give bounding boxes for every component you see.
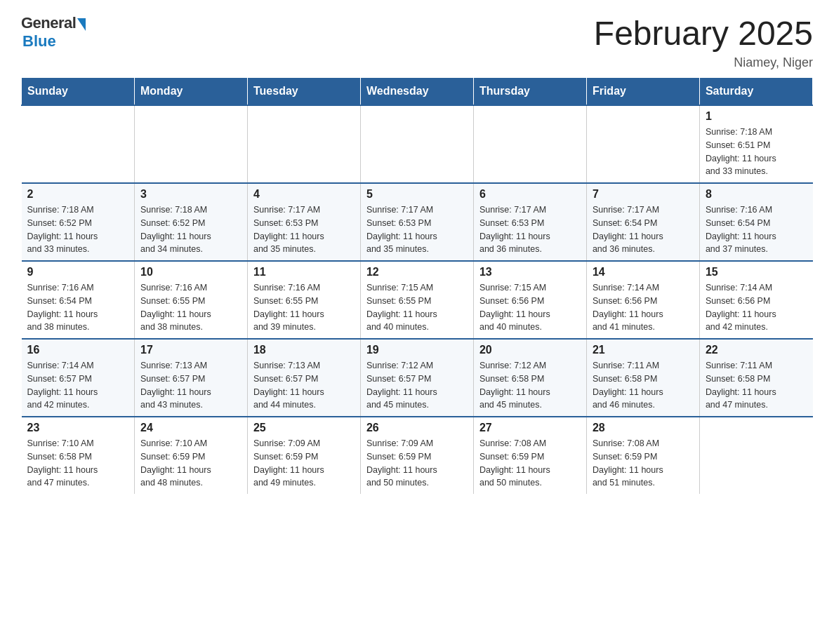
day-number: 1 bbox=[706, 110, 807, 123]
day-of-week-header: Sunday bbox=[22, 78, 135, 106]
day-info: Sunrise: 7:10 AM Sunset: 6:58 PM Dayligh… bbox=[27, 437, 128, 490]
calendar-week-row: 1Sunrise: 7:18 AM Sunset: 6:51 PM Daylig… bbox=[22, 105, 813, 183]
page-header: General Blue February 2025 Niamey, Niger bbox=[21, 14, 813, 70]
day-number: 15 bbox=[706, 266, 807, 279]
day-number: 14 bbox=[593, 266, 694, 279]
day-info: Sunrise: 7:09 AM Sunset: 6:59 PM Dayligh… bbox=[366, 437, 468, 490]
day-info: Sunrise: 7:15 AM Sunset: 6:56 PM Dayligh… bbox=[479, 281, 581, 334]
day-info: Sunrise: 7:16 AM Sunset: 6:54 PM Dayligh… bbox=[706, 203, 807, 256]
calendar-day-cell: 4Sunrise: 7:17 AM Sunset: 6:53 PM Daylig… bbox=[247, 183, 360, 261]
day-info: Sunrise: 7:18 AM Sunset: 6:52 PM Dayligh… bbox=[140, 203, 241, 256]
logo: General Blue bbox=[21, 14, 86, 51]
day-number: 11 bbox=[253, 266, 355, 279]
day-info: Sunrise: 7:13 AM Sunset: 6:57 PM Dayligh… bbox=[253, 359, 355, 412]
day-number: 22 bbox=[706, 344, 807, 356]
day-number: 25 bbox=[253, 422, 355, 434]
calendar-week-row: 16Sunrise: 7:14 AM Sunset: 6:57 PM Dayli… bbox=[22, 339, 813, 417]
day-of-week-header: Tuesday bbox=[247, 78, 360, 106]
calendar-day-cell: 22Sunrise: 7:11 AM Sunset: 6:58 PM Dayli… bbox=[699, 339, 812, 417]
day-number: 12 bbox=[366, 266, 468, 279]
calendar-day-cell: 11Sunrise: 7:16 AM Sunset: 6:55 PM Dayli… bbox=[247, 261, 360, 339]
calendar-day-cell: 6Sunrise: 7:17 AM Sunset: 6:53 PM Daylig… bbox=[473, 183, 586, 261]
day-number: 26 bbox=[366, 422, 468, 434]
day-info: Sunrise: 7:13 AM Sunset: 6:57 PM Dayligh… bbox=[140, 359, 241, 412]
day-info: Sunrise: 7:14 AM Sunset: 6:56 PM Dayligh… bbox=[706, 281, 807, 334]
calendar-day-cell: 9Sunrise: 7:16 AM Sunset: 6:54 PM Daylig… bbox=[22, 261, 135, 339]
day-info: Sunrise: 7:18 AM Sunset: 6:51 PM Dayligh… bbox=[706, 126, 807, 178]
calendar-day-cell: 18Sunrise: 7:13 AM Sunset: 6:57 PM Dayli… bbox=[247, 339, 360, 417]
day-number: 13 bbox=[479, 266, 581, 279]
calendar-day-cell: 16Sunrise: 7:14 AM Sunset: 6:57 PM Dayli… bbox=[22, 339, 135, 417]
day-number: 28 bbox=[593, 422, 694, 434]
day-info: Sunrise: 7:15 AM Sunset: 6:55 PM Dayligh… bbox=[366, 281, 468, 334]
day-info: Sunrise: 7:12 AM Sunset: 6:58 PM Dayligh… bbox=[479, 359, 581, 412]
day-number: 4 bbox=[253, 188, 355, 201]
day-number: 7 bbox=[593, 188, 694, 201]
logo-blue-text: Blue bbox=[22, 32, 56, 51]
logo-general-text: General bbox=[21, 14, 76, 32]
day-number: 16 bbox=[27, 344, 128, 356]
day-info: Sunrise: 7:11 AM Sunset: 6:58 PM Dayligh… bbox=[706, 359, 807, 412]
location-subtitle: Niamey, Niger bbox=[594, 55, 813, 70]
day-info: Sunrise: 7:08 AM Sunset: 6:59 PM Dayligh… bbox=[479, 437, 581, 490]
calendar-day-cell: 17Sunrise: 7:13 AM Sunset: 6:57 PM Dayli… bbox=[134, 339, 247, 417]
calendar-day-cell bbox=[247, 105, 360, 183]
day-info: Sunrise: 7:14 AM Sunset: 6:56 PM Dayligh… bbox=[593, 281, 694, 334]
calendar-day-cell: 1Sunrise: 7:18 AM Sunset: 6:51 PM Daylig… bbox=[699, 105, 812, 183]
calendar-day-cell: 10Sunrise: 7:16 AM Sunset: 6:55 PM Dayli… bbox=[134, 261, 247, 339]
day-number: 3 bbox=[140, 188, 241, 201]
calendar-day-cell bbox=[22, 105, 135, 183]
month-title: February 2025 bbox=[594, 14, 813, 53]
calendar-header-row: SundayMondayTuesdayWednesdayThursdayFrid… bbox=[22, 78, 813, 106]
day-number: 8 bbox=[706, 188, 807, 201]
day-number: 9 bbox=[27, 266, 128, 279]
calendar-day-cell: 12Sunrise: 7:15 AM Sunset: 6:55 PM Dayli… bbox=[360, 261, 473, 339]
calendar-day-cell bbox=[134, 105, 247, 183]
calendar-day-cell bbox=[360, 105, 473, 183]
calendar-day-cell: 19Sunrise: 7:12 AM Sunset: 6:57 PM Dayli… bbox=[360, 339, 473, 417]
calendar-day-cell: 25Sunrise: 7:09 AM Sunset: 6:59 PM Dayli… bbox=[247, 417, 360, 494]
day-number: 27 bbox=[479, 422, 581, 434]
day-info: Sunrise: 7:09 AM Sunset: 6:59 PM Dayligh… bbox=[253, 437, 355, 490]
day-number: 17 bbox=[140, 344, 241, 356]
day-number: 19 bbox=[366, 344, 468, 356]
day-of-week-header: Wednesday bbox=[360, 78, 473, 106]
day-info: Sunrise: 7:18 AM Sunset: 6:52 PM Dayligh… bbox=[27, 203, 128, 256]
calendar-day-cell: 3Sunrise: 7:18 AM Sunset: 6:52 PM Daylig… bbox=[134, 183, 247, 261]
day-info: Sunrise: 7:11 AM Sunset: 6:58 PM Dayligh… bbox=[593, 359, 694, 412]
calendar-week-row: 23Sunrise: 7:10 AM Sunset: 6:58 PM Dayli… bbox=[22, 417, 813, 494]
day-info: Sunrise: 7:12 AM Sunset: 6:57 PM Dayligh… bbox=[366, 359, 468, 412]
calendar-day-cell: 8Sunrise: 7:16 AM Sunset: 6:54 PM Daylig… bbox=[699, 183, 812, 261]
day-number: 10 bbox=[140, 266, 241, 279]
day-number: 21 bbox=[593, 344, 694, 356]
calendar-day-cell: 2Sunrise: 7:18 AM Sunset: 6:52 PM Daylig… bbox=[22, 183, 135, 261]
calendar-day-cell: 28Sunrise: 7:08 AM Sunset: 6:59 PM Dayli… bbox=[586, 417, 699, 494]
day-of-week-header: Saturday bbox=[699, 78, 812, 106]
day-info: Sunrise: 7:08 AM Sunset: 6:59 PM Dayligh… bbox=[593, 437, 694, 490]
day-of-week-header: Friday bbox=[586, 78, 699, 106]
calendar-day-cell: 13Sunrise: 7:15 AM Sunset: 6:56 PM Dayli… bbox=[473, 261, 586, 339]
calendar-day-cell: 27Sunrise: 7:08 AM Sunset: 6:59 PM Dayli… bbox=[473, 417, 586, 494]
calendar-week-row: 2Sunrise: 7:18 AM Sunset: 6:52 PM Daylig… bbox=[22, 183, 813, 261]
calendar-day-cell bbox=[586, 105, 699, 183]
calendar-day-cell: 7Sunrise: 7:17 AM Sunset: 6:54 PM Daylig… bbox=[586, 183, 699, 261]
calendar-day-cell: 14Sunrise: 7:14 AM Sunset: 6:56 PM Dayli… bbox=[586, 261, 699, 339]
day-number: 18 bbox=[253, 344, 355, 356]
day-info: Sunrise: 7:10 AM Sunset: 6:59 PM Dayligh… bbox=[140, 437, 241, 490]
day-info: Sunrise: 7:17 AM Sunset: 6:53 PM Dayligh… bbox=[366, 203, 468, 256]
calendar-day-cell: 20Sunrise: 7:12 AM Sunset: 6:58 PM Dayli… bbox=[473, 339, 586, 417]
calendar-day-cell bbox=[473, 105, 586, 183]
day-info: Sunrise: 7:17 AM Sunset: 6:53 PM Dayligh… bbox=[479, 203, 581, 256]
logo-arrow-icon bbox=[77, 18, 86, 31]
calendar-table: SundayMondayTuesdayWednesdayThursdayFrid… bbox=[21, 77, 813, 494]
day-number: 5 bbox=[366, 188, 468, 201]
day-info: Sunrise: 7:17 AM Sunset: 6:54 PM Dayligh… bbox=[593, 203, 694, 256]
day-info: Sunrise: 7:16 AM Sunset: 6:55 PM Dayligh… bbox=[253, 281, 355, 334]
calendar-day-cell: 23Sunrise: 7:10 AM Sunset: 6:58 PM Dayli… bbox=[22, 417, 135, 494]
calendar-day-cell bbox=[699, 417, 812, 494]
calendar-day-cell: 26Sunrise: 7:09 AM Sunset: 6:59 PM Dayli… bbox=[360, 417, 473, 494]
day-number: 23 bbox=[27, 422, 128, 434]
day-number: 2 bbox=[27, 188, 128, 201]
calendar-day-cell: 24Sunrise: 7:10 AM Sunset: 6:59 PM Dayli… bbox=[134, 417, 247, 494]
day-info: Sunrise: 7:17 AM Sunset: 6:53 PM Dayligh… bbox=[253, 203, 355, 256]
